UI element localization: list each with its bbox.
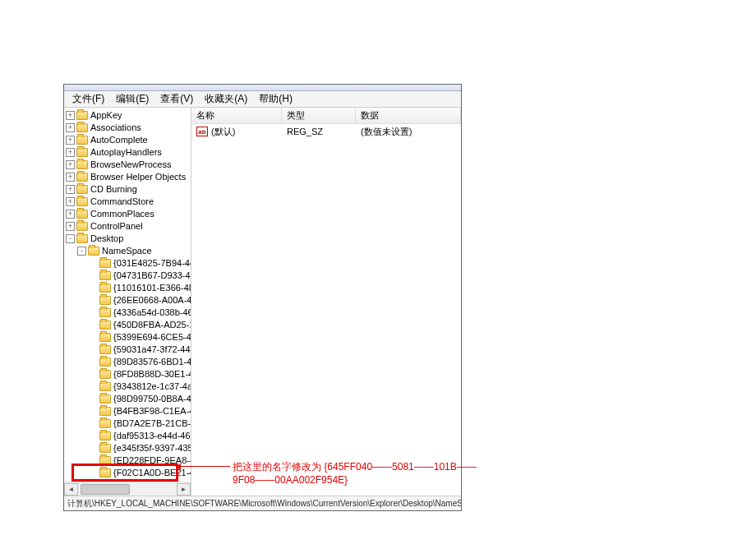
tree-label: Desktop (90, 233, 123, 245)
tree-item[interactable]: {04731B67-D933-45 (64, 270, 191, 282)
regedit-window: 文件(F) 编辑(E) 查看(V) 收藏夹(A) 帮助(H) +AppKey+A… (63, 84, 462, 511)
toggle-spacer (89, 321, 98, 330)
string-value-icon: ab (196, 127, 208, 136)
expand-icon[interactable]: + (66, 136, 75, 145)
tree-item[interactable]: {daf95313-e44d-46a (64, 430, 191, 442)
expand-icon[interactable]: + (66, 148, 75, 157)
toggle-spacer (89, 468, 98, 477)
tree-label: {11016101-E366-4D (113, 282, 191, 294)
folder-icon (99, 394, 111, 404)
tree-item[interactable]: {BD7A2E7B-21CB-41 (64, 417, 191, 430)
folder-icon (99, 308, 111, 317)
tree-label: {4336a54d-038b-46 (113, 307, 191, 319)
tree-item[interactable]: {11016101-E366-4D (64, 282, 191, 294)
folder-icon (99, 431, 111, 440)
scroll-right-btn[interactable]: ► (177, 483, 191, 496)
toggle-spacer (89, 456, 98, 465)
tree-item[interactable]: +CD Burning (64, 183, 191, 196)
tree-label: {e345f35f-9397-435a (113, 442, 191, 454)
tree-item[interactable]: +BrowseNewProcess (64, 159, 191, 171)
expand-icon[interactable]: + (66, 111, 75, 120)
expand-icon[interactable]: + (66, 222, 75, 231)
tree-item[interactable]: {26EE0668-A00A-44 (64, 294, 191, 307)
tree-label: {B4FB3F98-C1EA-42 (113, 405, 191, 417)
tree-item[interactable]: {4336a54d-038b-46 (64, 307, 191, 319)
titlebar[interactable] (64, 85, 461, 91)
folder-icon (76, 234, 88, 243)
tree-label: {daf95313-e44d-46a (113, 430, 191, 442)
list-pane[interactable]: 名称 类型 数据 ab (默认) REG_SZ (数值未设置) (191, 108, 461, 496)
folder-icon (76, 136, 88, 145)
tree-item[interactable]: {59031a47-3f72-44a (64, 344, 191, 356)
collapse-icon[interactable]: - (66, 234, 75, 243)
col-name[interactable]: 名称 (191, 108, 282, 123)
tree-label: {031E4825-7B94-4d (113, 257, 191, 270)
tree-label: BrowseNewProcess (90, 159, 171, 171)
tree-item[interactable]: +AutoComplete (64, 134, 191, 146)
annotation-text: 把这里的名字修改为 {645FF040——5081——101B——9F08——0… (233, 460, 479, 486)
tree-label: {9343812e-1c37-4a4 (113, 380, 191, 393)
tree-item[interactable]: {5399E694-6CE5-4D (64, 331, 191, 344)
tree-item[interactable]: +AutoplayHandlers (64, 146, 191, 159)
folder-icon (99, 468, 111, 477)
toggle-spacer (89, 444, 98, 453)
tree-item[interactable]: {ED228FDF-9EA8-48 (64, 454, 191, 467)
folder-icon (99, 321, 111, 330)
expand-icon[interactable]: + (66, 173, 75, 182)
tree-item-namespace[interactable]: -NameSpace (64, 245, 191, 257)
folder-icon (76, 160, 88, 169)
expand-icon[interactable]: + (66, 197, 75, 206)
tree-item[interactable]: +CommandStore (64, 196, 191, 208)
menu-edit[interactable]: 编辑(E) (111, 91, 154, 107)
tree-label: {5399E694-6CE5-4D (113, 331, 191, 344)
tree-item[interactable]: {98D99750-0B8A-4c (64, 393, 191, 405)
toggle-spacer (89, 431, 98, 440)
tree-item[interactable]: +AppKey (64, 109, 191, 122)
tree-label: NameSpace (102, 245, 152, 257)
folder-icon (99, 444, 111, 453)
expand-icon[interactable]: + (66, 185, 75, 194)
folder-icon (76, 185, 88, 194)
expand-icon[interactable]: + (66, 210, 75, 219)
toggle-spacer (89, 370, 98, 379)
scroll-left-btn[interactable]: ◄ (64, 483, 78, 496)
expand-icon[interactable]: + (66, 160, 75, 169)
tree-label: Browser Helper Objects (90, 171, 186, 183)
tree-item[interactable]: {450D8FBA-AD25-11 (64, 319, 191, 331)
list-row[interactable]: ab (默认) REG_SZ (数值未设置) (191, 124, 461, 139)
tree-label: {450D8FBA-AD25-11 (113, 319, 191, 331)
tree-pane[interactable]: +AppKey+Associations+AutoComplete+Autopl… (64, 108, 191, 496)
menubar: 文件(F) 编辑(E) 查看(V) 收藏夹(A) 帮助(H) (64, 91, 461, 108)
tree-item[interactable]: +ControlPanel (64, 220, 191, 233)
tree-label: {8FD8B88D-30E1-4F (113, 368, 191, 380)
tree-item[interactable]: {8FD8B88D-30E1-4F (64, 368, 191, 380)
tree-item[interactable]: {B4FB3F98-C1EA-42 (64, 405, 191, 417)
menu-view[interactable]: 查看(V) (155, 91, 198, 107)
expand-icon[interactable]: + (66, 123, 75, 132)
tree-item[interactable]: {9343812e-1c37-4a4 (64, 380, 191, 393)
toggle-spacer (89, 308, 98, 317)
tree-hscrollbar[interactable]: ◄ ► (64, 482, 191, 496)
tree-item[interactable]: {031E4825-7B94-4d (64, 257, 191, 270)
tree-item[interactable]: +Browser Helper Objects (64, 171, 191, 183)
collapse-icon[interactable]: - (77, 247, 86, 256)
col-type[interactable]: 类型 (282, 108, 356, 123)
tree-item[interactable]: {F02C1A0D-BE21-43 (64, 467, 191, 479)
col-data[interactable]: 数据 (356, 108, 461, 123)
tree-label: {26EE0668-A00A-44 (113, 294, 191, 307)
menu-help[interactable]: 帮助(H) (254, 91, 297, 107)
menu-favorites[interactable]: 收藏夹(A) (200, 91, 252, 107)
folder-icon (99, 370, 111, 379)
statusbar: 计算机\HKEY_LOCAL_MACHINE\SOFTWARE\Microsof… (64, 496, 461, 510)
tree-item[interactable]: {e345f35f-9397-435a (64, 442, 191, 454)
tree-item[interactable]: {89D83576-6BD1-4c (64, 356, 191, 368)
folder-icon (99, 345, 111, 354)
tree-item-desktop[interactable]: -Desktop (64, 233, 191, 245)
menu-file[interactable]: 文件(F) (67, 91, 109, 107)
tree-item[interactable]: +Associations (64, 122, 191, 134)
tree-item[interactable]: +CommonPlaces (64, 208, 191, 220)
value-type: REG_SZ (282, 126, 356, 137)
folder-icon (76, 210, 88, 219)
scroll-thumb[interactable] (81, 484, 130, 495)
folder-icon (88, 247, 99, 256)
